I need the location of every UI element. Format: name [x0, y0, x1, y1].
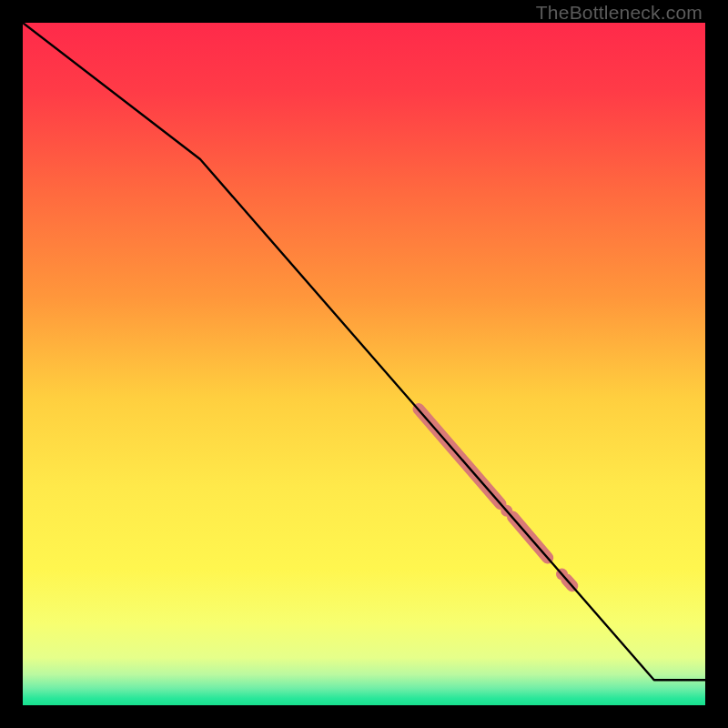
main-curve: [23, 23, 705, 680]
watermark-text: TheBottleneck.com: [536, 2, 703, 24]
curve-layer: [23, 23, 705, 705]
plot-area: [23, 23, 705, 705]
chart-stage: TheBottleneck.com: [0, 0, 728, 728]
